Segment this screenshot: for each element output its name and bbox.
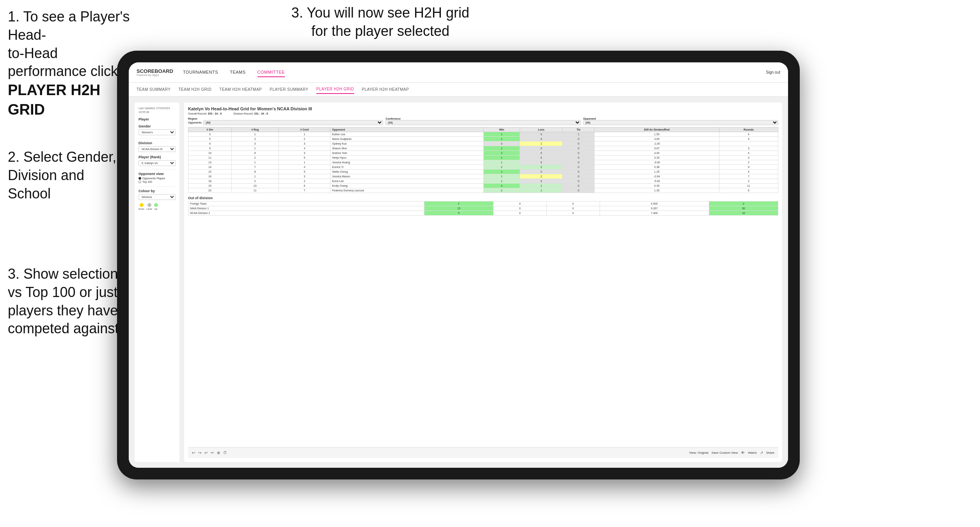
cell-div: 16 — [188, 174, 232, 179]
sub-nav: TEAM SUMMARY TEAM H2H GRID TEAM H2H HEAT… — [129, 83, 788, 97]
sub-nav-team-h2h-grid[interactable]: TEAM H2H GRID — [179, 85, 212, 94]
nav-items: TOURNAMENTS TEAMS COMMITTEE — [183, 68, 766, 77]
region-opponents-row: Opponents: (All) — [188, 120, 383, 125]
division-record-value: 331 - 34 - 6 — [254, 112, 268, 115]
cell-conf: 2 — [279, 137, 330, 141]
legend-up: Up — [154, 203, 158, 210]
col-tie: Tie — [563, 127, 595, 132]
radio-dot-selected — [138, 177, 141, 180]
table-row: 10 6 3 Andrea York 2 0 0 4.00 4 — [188, 151, 778, 156]
cell-rounds: 11 — [719, 184, 778, 188]
cell-loss: 0 — [520, 132, 563, 137]
cell-win: 1 — [483, 132, 520, 137]
cell-rounds: 7 — [719, 174, 778, 179]
cell-diff: -1.00 — [595, 141, 719, 146]
cell-opponent: Stella Cheng — [330, 170, 483, 174]
save-custom-view-label[interactable]: Save Custom View — [712, 451, 738, 454]
cell-reg: 1 — [231, 132, 279, 137]
step2-line2: Division and — [8, 166, 129, 185]
cell-diff: 1.33 — [595, 188, 719, 193]
cell-diff: -3.00 — [595, 160, 719, 165]
conference-filter: Conference (All) — [385, 117, 581, 125]
cell-tie: 0 — [563, 151, 595, 156]
nav-tournaments[interactable]: TOURNAMENTS — [183, 68, 218, 77]
sidebar-timestamp: Last Updated: 27/03/202416:55:38 — [138, 106, 176, 114]
cell-win: 2 — [483, 165, 520, 170]
cell-loss: 1 — [520, 184, 563, 188]
player-rank-select[interactable]: 8. Katelyn Vo — [138, 160, 176, 166]
colour-by-select[interactable]: Win/loss — [138, 194, 176, 200]
cell-tie: 0 — [563, 184, 595, 188]
ood-table-row: Foreign Team 1 0 0 4.500 2 — [188, 202, 778, 206]
region-filter: Region Opponents: (All) — [188, 117, 383, 125]
undo-btn[interactable]: ↩ — [192, 451, 195, 455]
cell-conf: 6 — [279, 184, 330, 188]
sub-nav-team-h2h-heatmap[interactable]: TEAM H2H HEATMAP — [219, 85, 262, 94]
cell-diff: -5.00 — [595, 179, 719, 184]
out-of-division-label: Out of division — [188, 196, 778, 200]
cell-reg: 8 — [231, 170, 279, 174]
cell-rounds: 2 — [719, 179, 778, 184]
cell-conf: 3 — [279, 151, 330, 156]
share-label[interactable]: Share — [766, 451, 774, 454]
table-row: 3 1 1 Esther Lee 1 0 1 1.50 4 — [188, 132, 778, 137]
cell-reg: 1 — [231, 146, 279, 151]
opponent-view-section: Opponent view Opponents Played Top 100 — [138, 172, 176, 183]
gender-select[interactable]: Women's — [138, 129, 176, 135]
copy-btn[interactable]: ⊕ — [217, 451, 220, 455]
cell-win: 1 — [483, 146, 520, 151]
cell-reg: 2 — [231, 179, 279, 184]
ood-cell-tie: 0 — [547, 202, 600, 206]
opponent-select[interactable]: (All) — [583, 120, 778, 125]
radio-top100[interactable]: Top 100 — [138, 180, 176, 183]
step3-top-line1: 3. You will now see H2H grid — [273, 4, 488, 22]
cell-div: 10 — [188, 151, 232, 156]
cut-btn[interactable]: ✂ — [211, 451, 214, 455]
cell-div: 14 — [188, 165, 232, 170]
sub-nav-player-summary[interactable]: PLAYER SUMMARY — [270, 85, 308, 94]
cell-loss: 0 — [520, 151, 563, 156]
step3-bottom-title: 3. Show selection — [8, 265, 129, 283]
redo-btn[interactable]: ↪ — [198, 451, 201, 455]
sub-nav-player-h2h-grid[interactable]: PLAYER H2H GRID — [316, 85, 354, 94]
grid-title: Katelyn Vo Head-to-Head Grid for Women's… — [188, 106, 778, 111]
cell-rounds: 6 — [719, 188, 778, 193]
sidebar: Last Updated: 27/03/202416:55:38 Player … — [135, 103, 179, 462]
cell-diff: 0.30 — [595, 184, 719, 188]
tablet-frame: SCOREBOARD Powered by clippd TOURNAMENTS… — [117, 51, 800, 479]
cell-diff: 4.00 — [595, 137, 719, 141]
ood-cell-diff: 7.400 — [600, 211, 709, 216]
cell-reg: 2 — [231, 156, 279, 160]
legend-up-dot — [154, 203, 158, 207]
division-select[interactable]: NCAA Division III — [138, 146, 176, 152]
watch-label[interactable]: Watch — [748, 451, 756, 454]
view-original-label[interactable]: View: Original — [689, 451, 708, 454]
cell-win: 1 — [483, 174, 520, 179]
step3-bottom-line3: players they have — [8, 302, 129, 320]
cell-conf: 5 — [279, 156, 330, 160]
undo2-btn[interactable]: ↩ — [204, 451, 208, 455]
cell-rounds: 3 — [719, 156, 778, 160]
colour-section: Colour by Win/loss — [138, 189, 176, 200]
conference-select[interactable]: (All) — [385, 120, 581, 125]
cell-tie: 0 — [563, 156, 595, 160]
cell-conf: 3 — [279, 174, 330, 179]
nav-teams[interactable]: TEAMS — [230, 68, 245, 77]
step3-bottom-line4: competed against — [8, 320, 129, 338]
radio-opponents-played[interactable]: Opponents Played — [138, 177, 176, 180]
legend-level: Level — [146, 203, 152, 210]
nav-sign-out[interactable]: Sign out — [766, 70, 780, 74]
sub-nav-team-summary[interactable]: TEAM SUMMARY — [137, 85, 171, 94]
region-select[interactable]: (All) — [203, 120, 383, 125]
cell-reg: 3 — [231, 141, 279, 146]
cell-win: 1 — [483, 179, 520, 184]
cell-opponent: Eunice Yi — [330, 165, 483, 170]
table-row: 20 11 7 Federica Domecq Lacroze 2 1 0 1.… — [188, 188, 778, 193]
nav-committee[interactable]: COMMITTEE — [257, 68, 285, 77]
cell-tie: 0 — [563, 174, 595, 179]
sub-nav-player-h2h-heatmap[interactable]: PLAYER H2H HEATMAP — [362, 85, 409, 94]
table-row: 11 2 5 Heejo Hyun 1 0 0 3.33 3 — [188, 156, 778, 160]
cell-rounds: 4 — [719, 151, 778, 156]
clock-btn[interactable]: ⏱ — [223, 451, 227, 455]
cell-opponent: Jessica Mason — [330, 174, 483, 179]
